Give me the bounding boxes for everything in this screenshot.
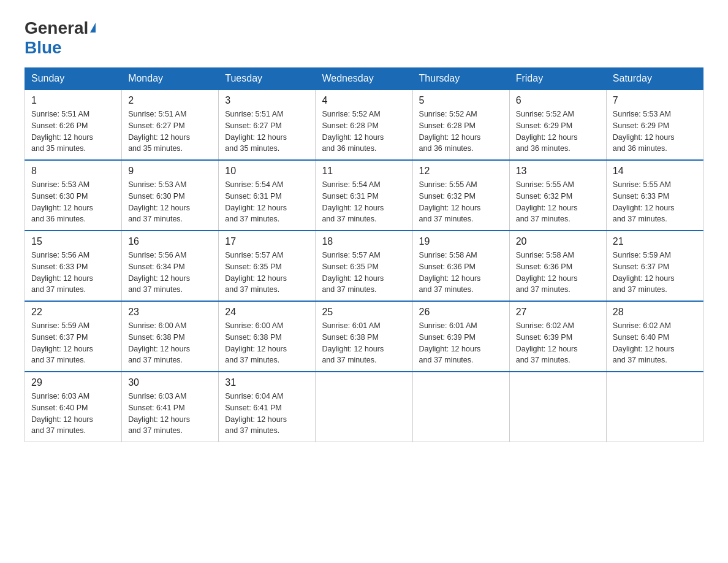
day-info: Sunrise: 5:56 AM Sunset: 6:34 PM Dayligh… [128, 250, 212, 296]
calendar-cell: 3 Sunrise: 5:51 AM Sunset: 6:27 PM Dayli… [219, 90, 316, 160]
day-info: Sunrise: 5:55 AM Sunset: 6:32 PM Dayligh… [516, 179, 600, 225]
calendar-cell: 11 Sunrise: 5:54 AM Sunset: 6:31 PM Dayl… [316, 160, 412, 231]
day-number: 12 [419, 166, 503, 177]
calendar-cell: 5 Sunrise: 5:52 AM Sunset: 6:28 PM Dayli… [412, 90, 509, 160]
day-number: 9 [128, 166, 212, 177]
logo-triangle-icon [90, 23, 96, 33]
day-number: 22 [31, 307, 115, 318]
calendar-week-row: 22 Sunrise: 5:59 AM Sunset: 6:37 PM Dayl… [25, 301, 703, 372]
calendar-cell: 13 Sunrise: 5:55 AM Sunset: 6:32 PM Dayl… [509, 160, 606, 231]
calendar-week-row: 15 Sunrise: 5:56 AM Sunset: 6:33 PM Dayl… [25, 231, 703, 301]
calendar-cell [316, 372, 412, 442]
day-info: Sunrise: 6:00 AM Sunset: 6:38 PM Dayligh… [128, 320, 212, 366]
day-number: 21 [613, 236, 697, 247]
calendar-cell: 12 Sunrise: 5:55 AM Sunset: 6:32 PM Dayl… [412, 160, 509, 231]
day-info: Sunrise: 5:57 AM Sunset: 6:35 PM Dayligh… [322, 250, 406, 296]
header-cell-saturday: Saturday [606, 68, 703, 90]
day-number: 24 [225, 307, 309, 318]
day-number: 23 [128, 307, 212, 318]
calendar-cell: 29 Sunrise: 6:03 AM Sunset: 6:40 PM Dayl… [25, 372, 122, 442]
day-info: Sunrise: 5:53 AM Sunset: 6:30 PM Dayligh… [31, 179, 115, 225]
calendar-cell: 17 Sunrise: 5:57 AM Sunset: 6:35 PM Dayl… [219, 231, 316, 301]
calendar-header-row: SundayMondayTuesdayWednesdayThursdayFrid… [25, 68, 703, 90]
calendar-cell: 10 Sunrise: 5:54 AM Sunset: 6:31 PM Dayl… [219, 160, 316, 231]
day-number: 6 [516, 95, 600, 106]
day-info: Sunrise: 6:00 AM Sunset: 6:38 PM Dayligh… [225, 320, 309, 366]
day-number: 18 [322, 236, 406, 247]
day-info: Sunrise: 5:54 AM Sunset: 6:31 PM Dayligh… [225, 179, 309, 225]
day-info: Sunrise: 5:52 AM Sunset: 6:29 PM Dayligh… [516, 109, 600, 155]
day-number: 8 [31, 166, 115, 177]
day-info: Sunrise: 6:01 AM Sunset: 6:38 PM Dayligh… [322, 320, 406, 366]
day-info: Sunrise: 5:52 AM Sunset: 6:28 PM Dayligh… [419, 109, 503, 155]
calendar-cell: 7 Sunrise: 5:53 AM Sunset: 6:29 PM Dayli… [606, 90, 703, 160]
day-number: 14 [613, 166, 697, 177]
calendar-cell: 2 Sunrise: 5:51 AM Sunset: 6:27 PM Dayli… [122, 90, 219, 160]
calendar-cell: 16 Sunrise: 5:56 AM Sunset: 6:34 PM Dayl… [122, 231, 219, 301]
calendar-cell: 15 Sunrise: 5:56 AM Sunset: 6:33 PM Dayl… [25, 231, 122, 301]
day-number: 2 [128, 95, 212, 106]
calendar-body: 1 Sunrise: 5:51 AM Sunset: 6:26 PM Dayli… [25, 90, 703, 442]
day-number: 4 [322, 95, 406, 106]
day-number: 17 [225, 236, 309, 247]
day-info: Sunrise: 5:51 AM Sunset: 6:27 PM Dayligh… [128, 109, 212, 155]
day-number: 5 [419, 95, 503, 106]
day-info: Sunrise: 5:51 AM Sunset: 6:27 PM Dayligh… [225, 109, 309, 155]
logo-blue-text: Blue [25, 38, 62, 57]
day-info: Sunrise: 5:57 AM Sunset: 6:35 PM Dayligh… [225, 250, 309, 296]
calendar-week-row: 29 Sunrise: 6:03 AM Sunset: 6:40 PM Dayl… [25, 372, 703, 442]
day-info: Sunrise: 5:59 AM Sunset: 6:37 PM Dayligh… [613, 250, 697, 296]
header-cell-tuesday: Tuesday [219, 68, 316, 90]
calendar-cell: 24 Sunrise: 6:00 AM Sunset: 6:38 PM Dayl… [219, 301, 316, 372]
day-number: 13 [516, 166, 600, 177]
day-number: 11 [322, 166, 406, 177]
header: General Blue [25, 18, 703, 58]
day-number: 1 [31, 95, 115, 106]
day-number: 26 [419, 307, 503, 318]
calendar-cell: 28 Sunrise: 6:02 AM Sunset: 6:40 PM Dayl… [606, 301, 703, 372]
day-info: Sunrise: 5:58 AM Sunset: 6:36 PM Dayligh… [419, 250, 503, 296]
calendar-cell: 1 Sunrise: 5:51 AM Sunset: 6:26 PM Dayli… [25, 90, 122, 160]
calendar-cell: 19 Sunrise: 5:58 AM Sunset: 6:36 PM Dayl… [412, 231, 509, 301]
day-number: 31 [225, 377, 309, 388]
logo: General Blue [25, 18, 96, 58]
day-number: 7 [613, 95, 697, 106]
day-info: Sunrise: 6:03 AM Sunset: 6:40 PM Dayligh… [31, 391, 115, 437]
day-info: Sunrise: 5:58 AM Sunset: 6:36 PM Dayligh… [516, 250, 600, 296]
calendar-cell: 22 Sunrise: 5:59 AM Sunset: 6:37 PM Dayl… [25, 301, 122, 372]
calendar-cell: 25 Sunrise: 6:01 AM Sunset: 6:38 PM Dayl… [316, 301, 412, 372]
day-info: Sunrise: 6:02 AM Sunset: 6:39 PM Dayligh… [516, 320, 600, 366]
calendar-cell: 21 Sunrise: 5:59 AM Sunset: 6:37 PM Dayl… [606, 231, 703, 301]
calendar-week-row: 1 Sunrise: 5:51 AM Sunset: 6:26 PM Dayli… [25, 90, 703, 160]
day-number: 30 [128, 377, 212, 388]
day-info: Sunrise: 6:01 AM Sunset: 6:39 PM Dayligh… [419, 320, 503, 366]
day-info: Sunrise: 5:56 AM Sunset: 6:33 PM Dayligh… [31, 250, 115, 296]
day-number: 19 [419, 236, 503, 247]
day-number: 16 [128, 236, 212, 247]
calendar-cell [509, 372, 606, 442]
calendar-cell: 14 Sunrise: 5:55 AM Sunset: 6:33 PM Dayl… [606, 160, 703, 231]
calendar-cell [606, 372, 703, 442]
calendar-cell: 6 Sunrise: 5:52 AM Sunset: 6:29 PM Dayli… [509, 90, 606, 160]
calendar-cell: 26 Sunrise: 6:01 AM Sunset: 6:39 PM Dayl… [412, 301, 509, 372]
logo-general-text: General [25, 18, 88, 38]
day-number: 10 [225, 166, 309, 177]
header-cell-wednesday: Wednesday [316, 68, 412, 90]
day-info: Sunrise: 5:55 AM Sunset: 6:33 PM Dayligh… [613, 179, 697, 225]
calendar-cell: 9 Sunrise: 5:53 AM Sunset: 6:30 PM Dayli… [122, 160, 219, 231]
day-info: Sunrise: 5:53 AM Sunset: 6:30 PM Dayligh… [128, 179, 212, 225]
calendar-cell: 4 Sunrise: 5:52 AM Sunset: 6:28 PM Dayli… [316, 90, 412, 160]
day-number: 3 [225, 95, 309, 106]
day-number: 29 [31, 377, 115, 388]
header-cell-friday: Friday [509, 68, 606, 90]
day-info: Sunrise: 5:52 AM Sunset: 6:28 PM Dayligh… [322, 109, 406, 155]
calendar-cell: 18 Sunrise: 5:57 AM Sunset: 6:35 PM Dayl… [316, 231, 412, 301]
calendar-cell: 27 Sunrise: 6:02 AM Sunset: 6:39 PM Dayl… [509, 301, 606, 372]
day-info: Sunrise: 5:51 AM Sunset: 6:26 PM Dayligh… [31, 109, 115, 155]
calendar-cell: 30 Sunrise: 6:03 AM Sunset: 6:41 PM Dayl… [122, 372, 219, 442]
day-number: 20 [516, 236, 600, 247]
day-number: 27 [516, 307, 600, 318]
calendar-cell: 23 Sunrise: 6:00 AM Sunset: 6:38 PM Dayl… [122, 301, 219, 372]
day-info: Sunrise: 6:02 AM Sunset: 6:40 PM Dayligh… [613, 320, 697, 366]
day-number: 15 [31, 236, 115, 247]
